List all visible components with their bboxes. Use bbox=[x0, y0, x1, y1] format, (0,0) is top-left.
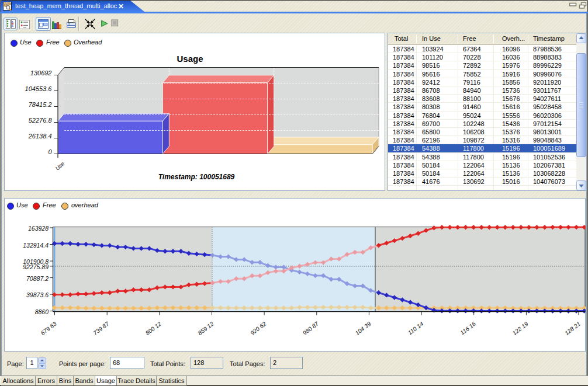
svg-text:26138.4: 26138.4 bbox=[28, 133, 52, 140]
svg-text:70887.2: 70887.2 bbox=[26, 275, 49, 282]
svg-text:104553.6: 104553.6 bbox=[25, 85, 53, 92]
svg-text:130692: 130692 bbox=[30, 69, 52, 76]
svg-text:8860: 8860 bbox=[35, 308, 49, 315]
svg-text:52276.8: 52276.8 bbox=[29, 117, 53, 124]
svg-text:163928: 163928 bbox=[28, 225, 49, 232]
svg-text:39873.6: 39873.6 bbox=[26, 291, 49, 298]
svg-text:859 12: 859 12 bbox=[197, 321, 215, 336]
svg-text:132914.4: 132914.4 bbox=[23, 242, 49, 249]
svg-text:679 63: 679 63 bbox=[40, 321, 58, 336]
svg-text:78415.2: 78415.2 bbox=[29, 101, 52, 108]
svg-text:92275.89: 92275.89 bbox=[23, 263, 49, 270]
svg-text:800 12: 800 12 bbox=[144, 321, 162, 336]
svg-text:128 21: 128 21 bbox=[563, 321, 582, 336]
svg-text:104 39: 104 39 bbox=[354, 321, 372, 336]
svg-text:0: 0 bbox=[48, 148, 52, 155]
svg-text:739 87: 739 87 bbox=[92, 321, 110, 336]
svg-text:122 19: 122 19 bbox=[511, 321, 530, 336]
svg-text:920 62: 920 62 bbox=[249, 321, 267, 336]
svg-text:116 16: 116 16 bbox=[459, 321, 477, 336]
svg-text:Use: Use bbox=[54, 160, 65, 171]
svg-text:110 14: 110 14 bbox=[407, 321, 425, 336]
svg-text:980 87: 980 87 bbox=[302, 321, 320, 336]
